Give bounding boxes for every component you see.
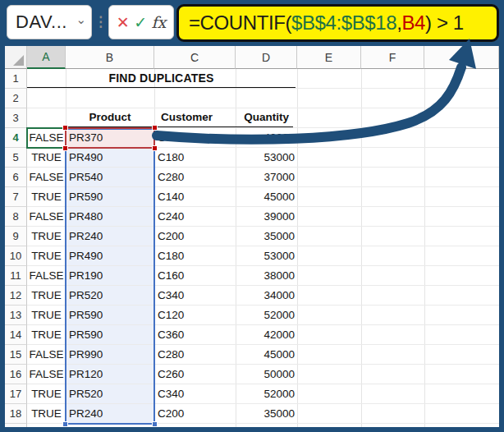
spacer-row [27,89,499,108]
row-header-11[interactable]: 11 [5,266,27,286]
spacer-row [27,69,499,89]
row-header-17[interactable]: 17 [5,384,27,404]
cell-duplicate-flag[interactable]: TRUE [27,227,66,246]
cell-quantity[interactable]: 35000 [213,404,295,423]
formula-bar[interactable]: =COUNTIF($B$4:$B$18, B4) > 1 [176,4,499,42]
column-header-c[interactable]: C [154,46,236,69]
spacer-row [27,108,499,128]
column-header-d[interactable]: D [236,46,297,69]
cell-quantity[interactable]: 39000 [213,207,295,226]
formula-text-part: $B$4:$B$18 [291,11,396,34]
cell-duplicate-flag[interactable]: TRUE [27,148,66,167]
row-header-9[interactable]: 9 [5,227,27,246]
column-header-b[interactable]: B [66,46,154,69]
row-header-4[interactable]: 4 [5,128,27,148]
row-header-3[interactable]: 3 [5,108,27,128]
row-header-1[interactable]: 1 [5,69,27,89]
cell-duplicate-flag[interactable]: TRUE [27,306,66,324]
row-header-12[interactable]: 12 [5,286,27,306]
row-header-8[interactable]: 8 [5,207,27,227]
range-handle[interactable] [152,421,158,427]
cell-duplicate-flag[interactable]: FALSE [27,168,66,186]
row-header-13[interactable]: 13 [5,306,27,325]
cell-duplicate-flag[interactable]: TRUE [27,286,66,305]
row-header-7[interactable]: 7 [5,187,27,207]
select-all-button[interactable] [5,46,27,69]
cell-quantity[interactable]: 37000 [213,168,295,186]
grip-dots-icon[interactable]: ⋮ [94,11,107,35]
range-handle[interactable] [152,145,158,151]
name-box-value[interactable]: DAV... [16,11,76,33]
cell-quantity[interactable]: 52000 [213,306,295,324]
cell-quantity[interactable]: 40000 [213,128,295,147]
column-header-e[interactable]: E [297,46,361,69]
cell-duplicate-flag[interactable]: TRUE [27,404,66,423]
cell-quantity[interactable]: 53000 [213,148,295,167]
cell-quantity[interactable]: 45000 [213,345,295,364]
row-header-6[interactable]: 6 [5,168,27,187]
select-all-triangle-icon [13,55,24,66]
cell-quantity[interactable]: 42000 [213,325,295,344]
chevron-down-icon[interactable]: ⌄ [76,16,86,24]
cell-duplicate-flag[interactable]: TRUE [27,187,66,206]
range-handle[interactable] [152,125,158,131]
row-header-5[interactable]: 5 [5,148,27,168]
cell-quantity[interactable]: 50000 [213,365,295,384]
column-header-a[interactable]: A [27,46,66,69]
excel-find-duplicates-screenshot: { "formula_bar": { "name_box_value": "DA… [0,0,504,432]
cell-quantity[interactable]: 52000 [213,384,295,403]
formula-text-part: ) > 1 [425,11,464,34]
column-headers: ABCDEFG [5,46,499,69]
range-handle[interactable] [62,145,68,151]
name-box[interactable]: DAV... ⌄ [7,5,92,39]
row-header-16[interactable]: 16 [5,365,27,384]
cell-duplicate-flag[interactable]: TRUE [27,325,66,344]
cell-quantity[interactable]: 53000 [213,246,295,265]
row-header-18[interactable]: 18 [5,404,27,424]
row-header-19[interactable] [5,424,27,427]
reference-border-b4 [65,127,155,149]
active-cell-border-a4 [26,127,66,149]
row-header-15[interactable]: 15 [5,345,27,365]
cell-duplicate-flag[interactable]: FALSE [27,266,66,285]
row-header-14[interactable]: 14 [5,325,27,345]
row-header-2[interactable]: 2 [5,89,27,108]
range-handle[interactable] [62,125,68,131]
cell-quantity[interactable]: 35000 [213,227,295,246]
enter-icon[interactable]: ✓ [134,13,147,32]
range-handle[interactable] [62,421,68,427]
cell-duplicate-flag[interactable]: TRUE [27,384,66,403]
spreadsheet-grid: ABCDEFG 123456789101112131415161718 FIND… [5,46,499,427]
cancel-icon[interactable]: ✕ [117,13,130,32]
cell-duplicate-flag[interactable]: FALSE [27,365,66,384]
cell-duplicate-flag[interactable]: FALSE [27,345,66,364]
cell-duplicate-flag[interactable]: TRUE [27,246,66,265]
cell-quantity[interactable]: 45000 [213,187,295,206]
cell-duplicate-flag[interactable]: FALSE [27,207,66,226]
column-header-g[interactable]: G [424,46,499,69]
row-header-10[interactable]: 10 [5,246,27,266]
row-headers: 123456789101112131415161718 [5,69,27,427]
cell-quantity[interactable]: 34000 [213,286,295,305]
formula-text-part: =COUNTIF( [189,11,291,34]
insert-function-icon[interactable]: fx [152,13,167,31]
cell-quantity[interactable]: 38000 [213,266,295,285]
column-header-f[interactable]: F [361,46,424,69]
formula-action-group: ✕ ✓ fx [108,5,174,39]
range-border-b4-b18 [65,128,155,425]
formula-text-part: B4 [401,11,425,34]
